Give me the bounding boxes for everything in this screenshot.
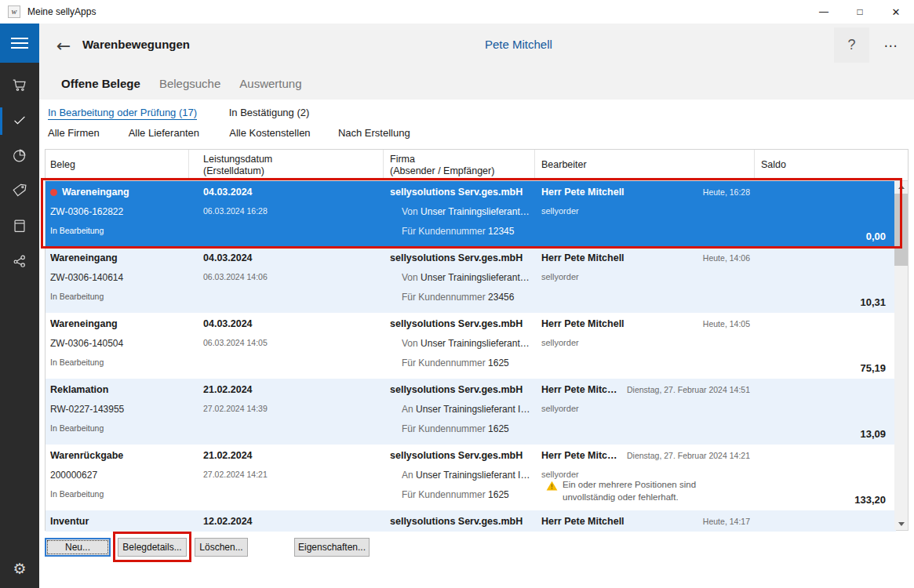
filter-alle-lieferanten[interactable]: Alle Lieferanten (129, 127, 227, 139)
sidebar: ⚙ (0, 24, 39, 588)
edited-timestamp: Dienstag, 27. Februar 2024 14:21 (621, 451, 750, 460)
edited-timestamp: Heute, 16:28 (697, 187, 750, 197)
window-titlebar: w Meine sellyApps — □ ✕ (0, 0, 914, 24)
column-header-firma[interactable]: Firma(Absender / Empfänger) (384, 150, 535, 180)
tab-bar: Offene Belege Belegsuche Auswertung (39, 67, 914, 100)
table-row[interactable]: Wareneingang ZW-0306-162822 In Bearbeitu… (46, 181, 896, 247)
back-arrow-icon: ← (56, 36, 71, 56)
tab-auswertung[interactable]: Auswertung (239, 77, 301, 90)
filter-alle-firmen[interactable]: Alle Firmen (48, 127, 126, 139)
book-icon (11, 217, 28, 238)
filter-nach-erstellung[interactable]: Nach Erstellung (338, 127, 410, 139)
table-body: Wareneingang ZW-0306-162822 In Bearbeitu… (46, 181, 896, 532)
edited-timestamp: Heute, 14:05 (697, 319, 750, 328)
maximize-button[interactable]: □ (842, 0, 878, 24)
belegdetails-button[interactable]: Belegdetails... (118, 538, 187, 557)
edited-timestamp: Heute, 14:17 (697, 517, 750, 526)
column-header-bearbeiter[interactable]: Bearbeiter (535, 150, 755, 180)
saldo-value: 10,31 (860, 296, 886, 308)
page-title: Warenbewegungen (82, 38, 190, 51)
table-row[interactable]: Inventur 12.02.2024 sellysolutions Serv.… (46, 510, 896, 532)
vertical-scrollbar[interactable] (894, 181, 908, 530)
tag-icon (11, 182, 28, 202)
main-panel: In Bearbeitung oder Prüfung (17) In Best… (39, 100, 914, 588)
saldo-value: 0,00 (866, 230, 886, 242)
documents-table: Beleg Leistungsdatum(Erstelldatum) Firma… (45, 149, 909, 531)
saldo-value: 133,20 (854, 494, 886, 506)
warning-message: Ein oder mehrere Positionen sind unvolls… (546, 478, 734, 503)
close-button[interactable]: ✕ (878, 0, 914, 24)
column-header-leistungsdatum[interactable]: Leistungsdatum(Erstelldatum) (189, 150, 384, 180)
loeschen-button[interactable]: Löschen... (195, 538, 248, 557)
table-row[interactable]: Wareneingang ZW-0306-140614 In Bearbeitu… (46, 247, 896, 313)
cart-icon (11, 76, 28, 96)
window-title: Meine sellyApps (27, 6, 96, 17)
scroll-down-arrow-icon[interactable] (894, 518, 908, 530)
neu-button[interactable]: Neu... (45, 538, 111, 557)
column-header-beleg[interactable]: Beleg (46, 150, 189, 180)
edited-timestamp: Dienstag, 27. Februar 2024 14:51 (621, 385, 750, 394)
saldo-value: 13,09 (860, 428, 886, 440)
warning-triangle-icon (546, 478, 558, 503)
scroll-up-arrow-icon[interactable] (894, 181, 908, 193)
checkmark-icon (11, 111, 28, 132)
filter-in-bestaetigung[interactable]: In Bestätigung (2) (229, 107, 310, 118)
filter-in-bearbeitung[interactable]: In Bearbeitung oder Prüfung (17) (48, 107, 197, 120)
edited-timestamp: Heute, 14:06 (697, 253, 750, 263)
sidebar-item-journal[interactable] (0, 209, 39, 245)
scrollbar-thumb[interactable] (894, 194, 908, 266)
user-account-link[interactable]: Pete Mitchell (485, 38, 552, 51)
sidebar-item-reports[interactable] (0, 139, 39, 174)
dropdown-filter-row: Alle Firmen Alle Lieferanten Alle Kosten… (48, 127, 410, 139)
action-button-row: Neu... Belegdetails... Löschen... Eigens… (39, 538, 914, 561)
gear-icon: ⚙ (13, 560, 26, 577)
filter-alle-kostenstellen[interactable]: Alle Kostenstellen (229, 127, 335, 139)
share-network-icon (11, 252, 28, 273)
sidebar-item-prices[interactable] (0, 174, 39, 209)
back-button[interactable]: ← (47, 29, 80, 62)
help-button[interactable]: ? (834, 27, 869, 63)
sidebar-nav (0, 68, 39, 280)
table-header: Beleg Leistungsdatum(Erstelldatum) Firma… (46, 150, 908, 181)
status-filter-row: In Bearbeitung oder Prüfung (17) In Best… (48, 107, 309, 120)
topbar: ← Warenbewegungen Pete Mitchell ? ⋯ (39, 24, 914, 67)
minimize-button[interactable]: — (806, 0, 842, 24)
sidebar-item-settings[interactable]: ⚙ (0, 555, 39, 582)
app-window: w Meine sellyApps — □ ✕ (0, 0, 914, 588)
column-header-saldo[interactable]: Saldo (755, 150, 908, 180)
ellipsis-icon: ⋯ (884, 38, 898, 53)
app-logo-icon: w (8, 5, 20, 18)
table-row[interactable]: Wareneingang ZW-0306-140504 In Bearbeitu… (46, 313, 896, 379)
help-icon: ? (847, 37, 855, 53)
more-options-button[interactable]: ⋯ (875, 27, 906, 63)
sidebar-item-network[interactable] (0, 245, 39, 280)
sidebar-item-cart[interactable] (0, 68, 39, 103)
table-row[interactable]: Warenrückgabe 200000627 In Bearbeitung 2… (46, 445, 896, 510)
status-dot-icon (50, 189, 57, 196)
pie-chart-icon (11, 147, 28, 167)
hamburger-menu-icon[interactable] (0, 24, 39, 63)
window-controls: — □ ✕ (806, 0, 914, 24)
saldo-value: 75,19 (860, 362, 886, 374)
tab-belegsuche[interactable]: Belegsuche (159, 77, 220, 90)
content-area: ← Warenbewegungen Pete Mitchell ? ⋯ Offe… (39, 24, 914, 588)
eigenschaften-button[interactable]: Eigenschaften... (294, 538, 370, 557)
tab-offene-belege[interactable]: Offene Belege (61, 77, 140, 90)
table-row[interactable]: Reklamation RW-0227-143955 In Bearbeitun… (46, 379, 896, 445)
sidebar-item-tasks[interactable] (0, 103, 39, 139)
